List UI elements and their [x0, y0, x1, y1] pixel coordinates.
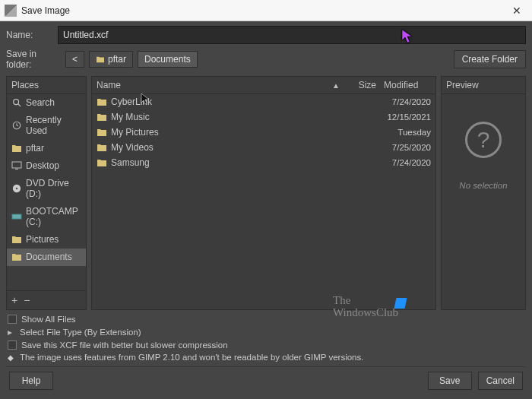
file-row[interactable]: Samsung 7/24/2020 — [92, 155, 435, 170]
folder-icon — [11, 252, 22, 261]
folder-icon — [97, 143, 107, 152]
file-type-expander[interactable]: ▸ Select File Type (By Extension) — [8, 325, 524, 339]
show-all-files-toggle[interactable]: Show All Files — [8, 313, 524, 325]
sidebar-item-user[interactable]: pftar — [7, 140, 86, 157]
path-segment-label: Documents — [144, 54, 191, 65]
svg-rect-7 — [12, 214, 21, 219]
preview-panel: Preview ? No selection — [441, 76, 526, 310]
save-in-folder-label: Save in folder: — [6, 49, 61, 70]
file-header: Name ▲ Size Modified — [92, 77, 435, 94]
desktop-icon — [11, 161, 22, 170]
sidebar-item-label: DVD Drive (D:) — [26, 178, 81, 199]
disc-icon — [11, 184, 22, 193]
sidebar-item-label: Recently Used — [26, 115, 81, 136]
checkbox-icon — [8, 315, 17, 324]
svg-point-6 — [16, 188, 18, 190]
path-segment-pftar[interactable]: pftar — [89, 51, 133, 68]
app-icon — [5, 5, 17, 17]
sidebar-item-desktop[interactable]: Desktop — [7, 157, 86, 175]
save-button[interactable]: Save — [428, 372, 472, 390]
folder-icon — [97, 97, 107, 106]
file-row[interactable]: My Music 12/15/2021 — [92, 109, 435, 125]
triangle-right-icon: ▸ — [8, 327, 15, 337]
places-footer: + − — [7, 290, 86, 309]
preview-text: No selection — [459, 181, 507, 190]
folder-icon — [97, 128, 107, 137]
folder-row: Save in folder: < pftar Documents Create… — [6, 49, 526, 70]
recent-icon — [11, 121, 22, 130]
cancel-button[interactable]: Cancel — [478, 372, 523, 390]
add-place-button[interactable]: + — [11, 294, 17, 306]
close-icon[interactable]: ✕ — [506, 0, 527, 21]
sidebar-item-pictures[interactable]: Pictures — [7, 231, 86, 249]
sort-chevron-icon: ▲ — [332, 81, 344, 90]
folder-icon — [97, 112, 107, 122]
options: Show All Files ▸ Select File Type (By Ex… — [6, 310, 526, 366]
sidebar-item-search[interactable]: Search — [7, 94, 86, 112]
sidebar-item-label: Desktop — [26, 160, 59, 171]
sidebar-item-recent[interactable]: Recently Used — [7, 112, 86, 140]
places-header: Places — [7, 77, 86, 94]
folder-icon — [96, 55, 105, 63]
save-image-dialog: Save Image ✕ Name: Save in folder: < pft… — [0, 0, 532, 399]
name-row: Name: — [6, 26, 526, 44]
sidebar-item-documents[interactable]: Documents — [7, 249, 86, 266]
sidebar-item-label: Search — [26, 97, 55, 108]
checkbox-icon — [8, 340, 17, 350]
path-segment-documents[interactable]: Documents — [138, 51, 198, 68]
svg-rect-3 — [12, 162, 21, 168]
question-icon: ? — [465, 122, 502, 158]
sidebar-item-label: Documents — [26, 252, 72, 262]
name-label: Name: — [6, 30, 52, 40]
compat-note: ◆ The image uses features from GIMP 2.10… — [8, 351, 524, 363]
folder-back-button[interactable]: < — [65, 51, 84, 68]
search-icon — [11, 98, 22, 107]
window-title: Save Image — [21, 5, 506, 16]
file-row[interactable]: CyberLink 7/24/2020 — [92, 94, 435, 109]
sidebar-item-label: pftar — [26, 143, 44, 154]
info-bullet-icon: ◆ — [8, 353, 15, 362]
remove-place-button[interactable]: − — [24, 294, 30, 306]
preview-body: ? No selection — [442, 94, 525, 309]
places-panel: Places Search Recently Used pftar — [6, 76, 87, 310]
drive-icon — [11, 212, 22, 221]
file-row[interactable]: My Videos 7/25/2020 — [92, 140, 435, 155]
file-list: CyberLink 7/24/2020 My Music 12/15/2021 … — [92, 94, 435, 309]
create-folder-button[interactable]: Create Folder — [454, 50, 526, 68]
lists-area: Places Search Recently Used pftar — [6, 76, 526, 310]
sidebar-item-dvd[interactable]: DVD Drive (D:) — [7, 175, 86, 203]
folder-icon — [97, 158, 107, 167]
svg-point-0 — [14, 100, 19, 105]
footer-buttons: Help Save Cancel — [6, 366, 526, 394]
sidebar-item-label: Pictures — [26, 234, 59, 245]
places-list: Search Recently Used pftar Desktop — [7, 94, 86, 290]
file-row[interactable]: My Pictures Tuesday — [92, 125, 435, 140]
dialog-body: Name: Save in folder: < pftar Documents … — [0, 21, 532, 399]
folder-icon — [11, 144, 22, 153]
path-segment-label: pftar — [108, 54, 126, 65]
folder-icon — [11, 235, 22, 244]
col-size[interactable]: Size — [349, 77, 379, 93]
col-modified[interactable]: Modified — [379, 77, 435, 93]
col-name[interactable]: Name ▲ — [92, 77, 349, 93]
help-button[interactable]: Help — [9, 372, 53, 390]
preview-header: Preview — [442, 77, 525, 94]
filename-input[interactable] — [58, 26, 526, 44]
compression-toggle[interactable]: Save this XCF file with better but slowe… — [8, 339, 524, 351]
sidebar-item-label: BOOTCAMP (C:) — [26, 206, 81, 227]
svg-line-1 — [18, 104, 21, 106]
file-panel: Name ▲ Size Modified CyberLink 7/24/2020… — [91, 76, 436, 310]
sidebar-item-bootcamp[interactable]: BOOTCAMP (C:) — [7, 203, 86, 231]
svg-rect-4 — [15, 169, 18, 169]
titlebar: Save Image ✕ — [0, 0, 532, 21]
